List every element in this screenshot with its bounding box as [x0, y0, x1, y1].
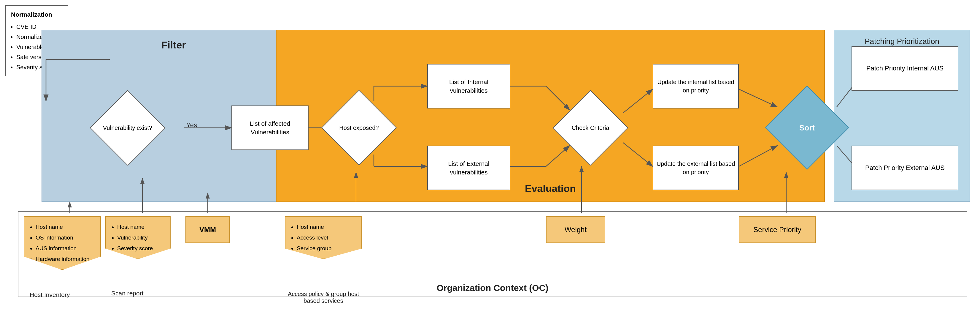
ap-item-1: Host name [297, 222, 355, 232]
sr-item-1: Host name [117, 222, 164, 232]
hi-item-3: AUS information [36, 243, 94, 254]
oc-label: Organization Context (OC) [437, 283, 549, 293]
yes-label: Yes [186, 121, 197, 129]
sort-label: Sort [777, 98, 837, 158]
hi-item-1: Host name [36, 222, 94, 232]
sr-item-2: Vulnerability [117, 232, 164, 243]
update-external-box: Update the external list based on priori… [653, 146, 739, 190]
vmm-badge: VMM [185, 216, 230, 243]
host-inventory-caption: Host Inventory [30, 291, 70, 298]
weight-badge: Weight [546, 216, 605, 243]
ap-item-3: Service group [297, 243, 355, 254]
filter-label: Filter [161, 39, 186, 51]
hi-item-2: OS information [36, 232, 94, 243]
affected-vuln-box: List of affected Vulnerabilities [231, 106, 309, 150]
diagram-container: Normalization CVE-ID Normalized score Vu… [0, 0, 980, 315]
patch-external-box: Patch Priority External AUS [851, 146, 958, 190]
service-priority-badge: Service Priority [739, 216, 816, 243]
access-policy-caption: Access policy & group host based service… [285, 291, 362, 304]
ap-item-2: Access level [297, 232, 355, 243]
patch-internal-box: Patch Priority Internal AUS [851, 46, 958, 91]
update-internal-box: Update the internal list based on priori… [653, 64, 739, 109]
normalization-title: Normalization [11, 9, 63, 20]
external-vuln-box: List of External vulnerabilities [427, 146, 510, 190]
patching-label: Patching Prioritization [865, 37, 939, 46]
vulnerability-diamond-label: Vulnerability exist? [101, 101, 154, 155]
host-exposed-label: Host exposed? [332, 101, 386, 155]
internal-vuln-box: List of Internal vulnerabilities [427, 64, 510, 109]
evaluation-label: Evaluation [525, 183, 576, 194]
check-criteria-label: Check Criteria [564, 101, 617, 155]
scan-report-caption: Scan report [111, 290, 143, 297]
sr-item-3: Severity score [117, 243, 164, 254]
